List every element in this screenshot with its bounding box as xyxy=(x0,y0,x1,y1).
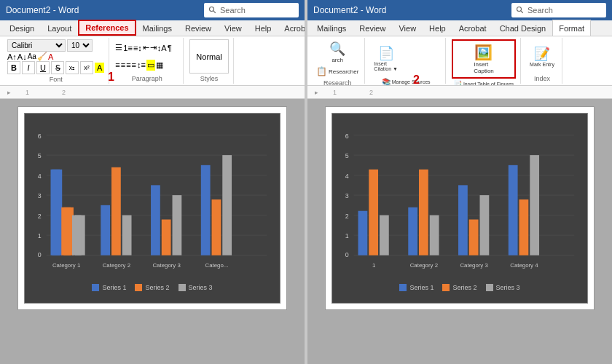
captions-section: 🖼️ InsertCaption 📑 Insert Table of Figur… xyxy=(447,38,521,84)
insert-caption-label: InsertCaption xyxy=(474,61,494,74)
researcher-icon: 📋 xyxy=(316,66,327,76)
font-size-select[interactable]: 10 xyxy=(67,39,93,52)
font-row2: A↑ A↓ Aa 🧹 A xyxy=(7,52,104,61)
legend-dot-s1 xyxy=(92,284,99,291)
tab-format-right[interactable]: Format xyxy=(552,20,591,36)
shrink-icon[interactable]: A↓ xyxy=(17,52,27,61)
series1-label-right: Series 1 xyxy=(409,284,434,291)
tab-view-left[interactable]: View xyxy=(218,20,248,36)
right-ruler: ▸ 1 2 xyxy=(307,86,612,99)
font-family-select[interactable]: Calibri xyxy=(7,39,66,52)
svg-text:Category 2: Category 2 xyxy=(103,262,130,269)
search-big-icon: 🔍 xyxy=(329,41,345,57)
svg-text:Catego...: Catego... xyxy=(205,262,228,269)
sort-icon[interactable]: ↕A xyxy=(157,44,167,52)
border-icon[interactable]: ▦ xyxy=(156,60,163,70)
align-right-icon[interactable]: ≡ xyxy=(126,60,130,69)
left-chart-svg: 6 5 4 3 2 1 0 xyxy=(31,119,274,280)
tab-references-left[interactable]: References xyxy=(78,20,136,36)
tab-help-left[interactable]: Help xyxy=(248,20,278,36)
right-chart-container: 6 5 4 3 2 1 0 xyxy=(325,106,595,310)
multilevel-icon[interactable]: ≡↕ xyxy=(133,44,142,52)
grow-icon[interactable]: A↑ xyxy=(7,52,17,61)
tab-mailings-right[interactable]: Mailings xyxy=(310,20,353,36)
bullets-icon[interactable]: ☰ xyxy=(115,43,122,52)
right-search-text: Search xyxy=(527,6,553,15)
svg-rect-64 xyxy=(519,199,529,256)
left-chart-legend: Series 1 Series 2 Series 3 xyxy=(31,284,274,291)
index-section: 📝 Mark Entry Index xyxy=(522,38,562,84)
svg-text:Category 2: Category 2 xyxy=(410,262,438,269)
svg-rect-28 xyxy=(151,185,160,255)
step1-label: 1 xyxy=(108,71,114,84)
caption-icon: 🖼️ xyxy=(474,44,493,61)
legend-dot-s3-r xyxy=(486,284,493,291)
left-search-box[interactable]: Search xyxy=(204,3,299,17)
font-section: Calibri 10 A↑ A↓ Aa 🧹 A B I U S̶ x₂ x² A… xyxy=(3,38,109,84)
case-icon[interactable]: Aa xyxy=(28,52,36,60)
table-of-figures-btn[interactable]: 📑 Insert Table of Figures xyxy=(452,79,516,86)
manage-sources-btn[interactable]: 📚 Manage Sources xyxy=(380,77,433,86)
insert-citation-btn[interactable]: 📄 InsertCitation ▼ xyxy=(371,39,401,77)
underline-btn[interactable]: U xyxy=(36,61,50,74)
svg-rect-26 xyxy=(111,167,121,256)
search-btn-right[interactable]: 🔍 arch xyxy=(315,39,360,65)
manage-sources-icon: 📚 xyxy=(382,78,391,86)
subscript-btn[interactable]: x₂ xyxy=(66,61,79,74)
svg-rect-25 xyxy=(101,205,110,256)
highlight-btn[interactable]: A xyxy=(95,63,104,73)
align-left-icon[interactable]: ≡ xyxy=(115,60,119,69)
clear-format-icon[interactable]: 🧹 xyxy=(37,52,47,61)
series3-label-left: Series 3 xyxy=(189,284,213,291)
svg-text:Category 3: Category 3 xyxy=(460,262,488,269)
insert-caption-btn[interactable]: 🖼️ InsertCaption xyxy=(471,42,497,76)
tab-acrobat-right[interactable]: Acrobat xyxy=(452,20,493,36)
line-spacing-icon[interactable]: ↕≡ xyxy=(137,60,146,69)
decrease-indent-icon[interactable]: ⇤ xyxy=(143,43,149,52)
svg-text:5: 5 xyxy=(38,152,42,159)
styles-section: Normal Styles xyxy=(185,38,233,84)
tab-design-left[interactable]: Design xyxy=(3,20,41,36)
justify-icon[interactable]: ≡ xyxy=(132,60,136,69)
tab-chaddesign-right[interactable]: Chad Design xyxy=(493,20,553,36)
svg-rect-24 xyxy=(72,215,82,256)
svg-rect-29 xyxy=(162,220,171,256)
svg-rect-33 xyxy=(222,155,232,256)
italic-btn[interactable]: I xyxy=(22,61,35,74)
svg-rect-59 xyxy=(430,215,439,256)
increase-indent-icon[interactable]: ⇥ xyxy=(150,43,157,52)
tab-help-right[interactable]: Help xyxy=(423,20,452,36)
tab-acrobat-left[interactable]: Acrobat xyxy=(278,20,305,36)
legend-series1-right: Series 1 xyxy=(399,284,434,291)
mark-entry-btn[interactable]: 📝 Mark Entry xyxy=(527,39,557,74)
tab-layout-left[interactable]: Layout xyxy=(41,20,78,36)
svg-text:4: 4 xyxy=(38,173,42,180)
tab-review-right[interactable]: Review xyxy=(353,20,392,36)
show-para-icon[interactable]: ¶ xyxy=(168,44,172,52)
tab-mailings-left[interactable]: Mailings xyxy=(136,20,178,36)
svg-text:4: 4 xyxy=(345,173,349,180)
tab-view-right[interactable]: View xyxy=(392,20,423,36)
research-section-right: 🔍 arch 📋 Researcher Research xyxy=(310,38,365,84)
search-icon xyxy=(208,6,217,15)
tab-review-left[interactable]: Review xyxy=(178,20,218,36)
numbering-icon[interactable]: 1≡ xyxy=(123,44,133,52)
bold-btn[interactable]: B xyxy=(7,61,20,74)
normal-style[interactable]: Normal xyxy=(189,39,228,74)
insert-citation-row: 📄 InsertCitation ▼ xyxy=(371,39,441,77)
left-chart-container: 6 5 4 3 2 1 0 xyxy=(17,106,287,310)
tof-label: Insert Table of Figures xyxy=(463,82,514,87)
research-label: arch xyxy=(332,57,343,63)
right-ribbon-tabs: Mailings Review View Help Acrobat Chad D… xyxy=(307,20,612,36)
left-ruler: ▸ 1 2 xyxy=(0,86,305,99)
align-center-icon[interactable]: ≡ xyxy=(121,60,125,69)
svg-rect-22 xyxy=(51,170,60,256)
superscript-btn[interactable]: x² xyxy=(80,61,93,74)
shading-icon[interactable]: ▭ xyxy=(146,60,155,71)
citations-section: 📄 InsertCitation ▼ 📚 Manage Sources Styl… xyxy=(366,38,446,84)
right-search-box[interactable]: Search xyxy=(511,3,606,17)
researcher-btn[interactable]: 📋 Researcher xyxy=(315,65,360,78)
strikethrough-btn[interactable]: S̶ xyxy=(51,61,64,74)
svg-rect-58 xyxy=(419,170,428,256)
text-color-icon[interactable]: A xyxy=(48,52,53,61)
